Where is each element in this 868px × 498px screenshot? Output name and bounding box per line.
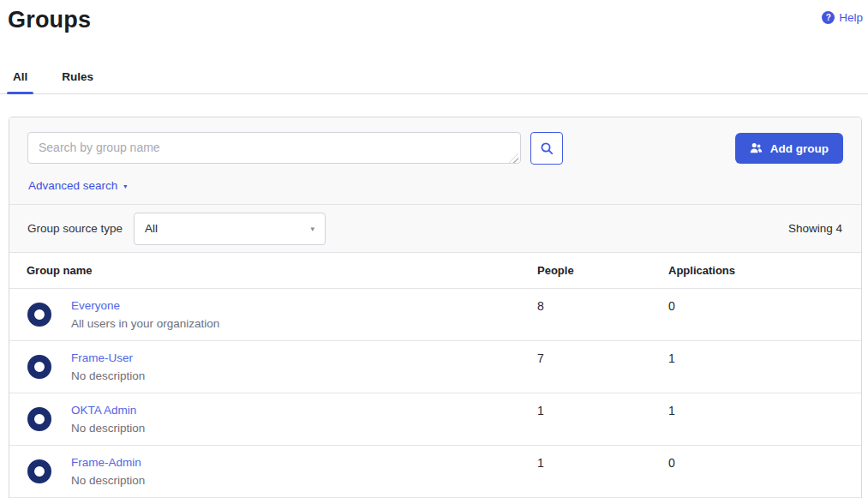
- applications-count: 0: [668, 446, 861, 497]
- tab-bar: All Rules: [0, 65, 868, 94]
- caret-down-icon: ▾: [123, 183, 127, 190]
- advanced-search-label: Advanced search: [28, 179, 117, 192]
- groups-page: Groups ? Help All Rules: [0, 0, 868, 498]
- group-icon: [27, 303, 51, 327]
- group-description: All users in your organization: [71, 317, 219, 330]
- applications-count: 1: [668, 393, 861, 445]
- add-group-button[interactable]: Add group: [735, 133, 843, 164]
- help-label: Help: [839, 11, 863, 24]
- groups-panel: Add group Advanced search ▾ Group source…: [9, 117, 862, 498]
- table-header: Group name People Applications: [9, 253, 861, 289]
- group-description: No description: [71, 474, 145, 487]
- advanced-search-link[interactable]: Advanced search ▾: [28, 179, 127, 192]
- filter-band: Group source type All ▾ Showing 4: [9, 205, 861, 253]
- table-row: Everyone All users in your organization …: [9, 289, 861, 341]
- group-icon: [27, 407, 51, 431]
- table-row: OKTA Admin No description 1 1: [9, 393, 861, 446]
- search-icon: [540, 141, 554, 156]
- selected-option: All: [145, 222, 158, 235]
- add-group-label: Add group: [770, 142, 829, 155]
- group-name-link[interactable]: Everyone: [71, 299, 219, 312]
- applications-count: 1: [668, 341, 861, 393]
- search-button[interactable]: [530, 132, 563, 165]
- group-name-link[interactable]: Frame-User: [71, 351, 145, 364]
- group-icon: [27, 459, 51, 483]
- column-header-applications: Applications: [668, 264, 861, 277]
- help-link[interactable]: ? Help: [822, 11, 863, 24]
- table-row: Frame-Admin No description 1 0: [9, 446, 861, 498]
- help-icon: ?: [822, 11, 835, 24]
- chevron-down-icon: ▾: [311, 225, 315, 233]
- table-body: Everyone All users in your organization …: [9, 289, 861, 498]
- page-title: Groups: [8, 7, 91, 33]
- group-description: No description: [71, 422, 145, 435]
- column-header-people: People: [537, 264, 668, 277]
- people-count: 7: [537, 341, 668, 393]
- showing-count: Showing 4: [788, 222, 843, 235]
- group-description: No description: [71, 369, 145, 382]
- people-count: 1: [537, 393, 668, 445]
- group-name-link[interactable]: Frame-Admin: [71, 456, 145, 469]
- search-band: Add group Advanced search ▾: [9, 117, 861, 205]
- add-user-icon: [750, 142, 763, 155]
- applications-count: 0: [668, 289, 861, 340]
- group-source-type-select[interactable]: All ▾: [134, 213, 326, 245]
- page-header: Groups ? Help: [0, 0, 868, 33]
- people-count: 8: [537, 289, 668, 340]
- search-input[interactable]: [27, 132, 521, 164]
- group-source-type-label: Group source type: [27, 222, 123, 235]
- table-row: Frame-User No description 7 1: [9, 341, 861, 393]
- group-name-link[interactable]: OKTA Admin: [71, 404, 145, 417]
- tab-rules[interactable]: Rules: [56, 65, 99, 93]
- people-count: 1: [537, 446, 668, 497]
- tab-all[interactable]: All: [7, 65, 33, 93]
- column-header-group-name: Group name: [9, 264, 537, 277]
- group-icon: [27, 355, 51, 379]
